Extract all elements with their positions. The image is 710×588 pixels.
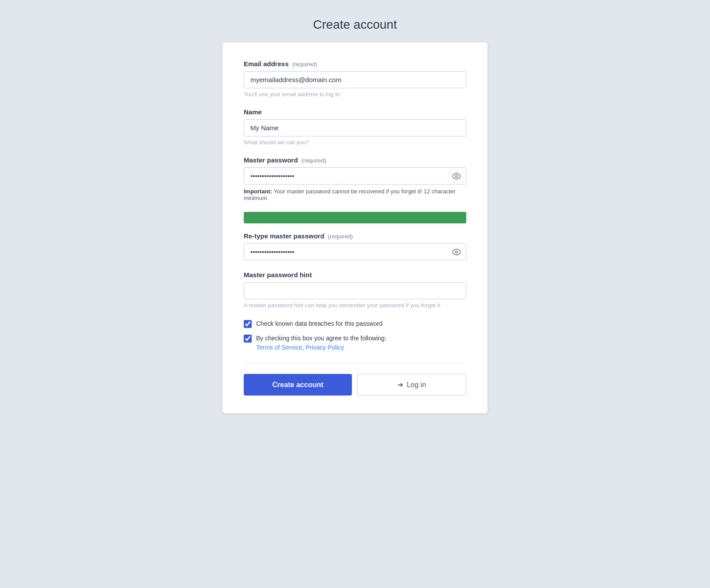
name-input[interactable] [244,119,466,136]
master-password-input[interactable] [244,167,466,185]
login-button-label: Log in [407,381,426,389]
email-hint: You'll use your email address to log in. [244,91,466,98]
retype-password-wrapper [244,243,466,260]
terms-checkbox[interactable] [244,335,252,343]
toggle-retype-password-button[interactable] [452,248,461,256]
create-account-button[interactable]: Create account [244,374,352,396]
svg-point-0 [456,175,458,177]
hint-label: Master password hint [244,271,466,279]
master-password-field-group: Master password (required) Important: Yo… [244,156,466,201]
master-password-required-tag: (required) [302,157,326,164]
breach-checkbox-label[interactable]: Check known data breaches for this passw… [256,319,382,328]
hint-field-group: Master password hint A master password h… [244,271,466,309]
strength-bar-fill [244,212,466,223]
eye-icon [452,172,461,181]
button-row: Create account ➔ Log in [244,374,466,396]
page-title: Create account [313,18,397,32]
form-card: Email address (required) You'll use your… [223,42,487,413]
form-divider [244,363,466,363]
name-field-group: Name What should we call you? [244,108,466,146]
email-required-tag: (required) [292,61,317,68]
terms-check-group: By checking this box you agree to the fo… [244,334,466,352]
breach-check-group: Check known data breaches for this passw… [244,319,466,328]
retype-password-field-group: Re-type master password (required) [244,232,466,260]
terms-of-service-link[interactable]: Terms of Service [256,344,302,351]
retype-password-label: Re-type master password (required) [244,232,466,240]
toggle-master-password-button[interactable] [452,172,461,181]
hint-input[interactable] [244,282,466,299]
checkboxes-group: Check known data breaches for this passw… [244,319,466,352]
login-button[interactable]: ➔ Log in [357,374,466,396]
master-password-wrapper [244,167,466,185]
svg-point-1 [456,251,458,253]
terms-checkbox-label[interactable]: By checking this box you agree to the fo… [256,334,386,352]
breach-checkbox[interactable] [244,320,252,328]
strength-bar-container: Strong [244,212,466,223]
login-icon: ➔ [397,381,403,389]
name-label: Name [244,108,466,116]
email-field-group: Email address (required) You'll use your… [244,60,466,98]
privacy-policy-link[interactable]: Privacy Policy [306,344,344,351]
name-hint: What should we call you? [244,139,466,146]
master-password-important: Important: Your master password cannot b… [244,188,466,201]
retype-password-required-tag: (required) [328,233,353,240]
eye-icon-retype [452,248,461,256]
email-input[interactable] [244,71,466,88]
email-label: Email address (required) [244,60,466,68]
retype-password-input[interactable] [244,243,466,260]
master-password-label: Master password (required) [244,156,466,164]
hint-description: A master password hint can help you reme… [244,302,466,309]
